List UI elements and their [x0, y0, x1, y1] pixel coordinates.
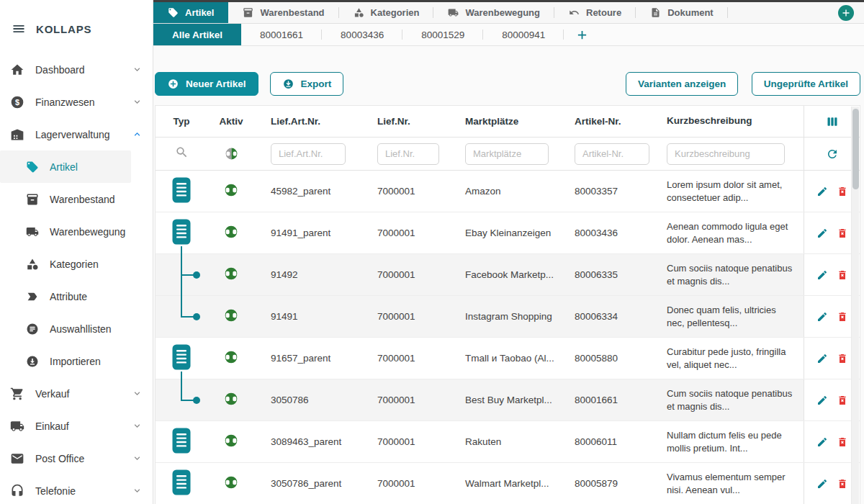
sidebar-item-verkauf[interactable]: Verkauf: [0, 377, 153, 410]
tab-warenbestand[interactable]: Warenbestand: [228, 2, 338, 23]
subtab-80001529[interactable]: 80001529: [402, 24, 483, 45]
cell-lief-nr: 7000001: [361, 436, 449, 447]
parent-article-icon[interactable]: [172, 344, 191, 372]
delete-button[interactable]: [837, 436, 848, 448]
sidebar-item-importieren[interactable]: Importieren: [0, 345, 153, 377]
parent-article-icon[interactable]: [172, 469, 191, 498]
edit-button[interactable]: [816, 269, 828, 281]
module-tabs: Artikel Warenbestand Kategorien Warenbew…: [153, 2, 728, 23]
add-article-tab-button[interactable]: [564, 24, 600, 45]
cell-typ: [156, 177, 207, 205]
menu-icon[interactable]: [12, 22, 26, 36]
column-header-lief-art-nr: Lief.Art.Nr.: [255, 116, 361, 127]
tab-dokument[interactable]: Dokument: [636, 2, 728, 23]
scrollbar-thumb[interactable]: [852, 109, 859, 189]
parent-article-icon[interactable]: [172, 177, 191, 205]
edit-button[interactable]: [816, 228, 828, 239]
table-row[interactable]: 3050786 7000001 Best Buy Marketpl... 800…: [156, 379, 860, 421]
sidebar-item-artikel[interactable]: Artikel: [0, 150, 131, 183]
column-header-typ: Typ: [156, 116, 207, 127]
cell-typ: [156, 219, 207, 247]
sidebar-item-warenbewegung[interactable]: Warenbewegung: [0, 215, 153, 248]
table-row[interactable]: 91657_parent 7000001 Tmall и Taobao (Al.…: [156, 338, 860, 379]
active-status-icon: [224, 433, 238, 450]
tab-retoure[interactable]: Retoure: [554, 2, 636, 23]
edit-button[interactable]: [816, 478, 828, 490]
artikel-nr-filter-input[interactable]: [575, 143, 649, 165]
edit-button[interactable]: [816, 353, 828, 364]
refresh-icon[interactable]: [826, 148, 839, 161]
table-row[interactable]: 45982_parent 7000001 Amazon 80003357 Lor…: [156, 171, 860, 212]
edit-button[interactable]: [816, 311, 828, 323]
truck-icon: [448, 7, 459, 18]
sidebar-item-lagerverwaltung[interactable]: Lagerverwaltung: [0, 118, 153, 150]
sidebar-item-kategorien[interactable]: Kategorien: [0, 248, 153, 280]
tab-warenbewegung[interactable]: Warenbewegung: [433, 2, 554, 23]
subtab-80000941[interactable]: 80000941: [483, 24, 564, 45]
category-icon: [26, 258, 39, 271]
table-row[interactable]: 91491_parent 7000001 Ebay Kleinanzeigen …: [156, 212, 860, 254]
sidebar-item-auswahllisten[interactable]: Auswahllisten: [0, 312, 153, 345]
cell-lief-art-nr: 91492: [255, 269, 361, 280]
sidebar-item-telefonie[interactable]: Telefonie: [0, 474, 153, 504]
table-row[interactable]: 3089463_parent 7000001 Rakuten 80006011 …: [156, 421, 860, 463]
column-header-aktiv: Aktiv: [207, 116, 255, 127]
cell-lief-art-nr: 91657_parent: [255, 353, 361, 364]
delete-button[interactable]: [837, 395, 848, 406]
new-article-button[interactable]: Neuer Artikel: [155, 72, 258, 96]
delete-button[interactable]: [837, 269, 848, 281]
delete-button[interactable]: [837, 478, 848, 490]
edit-button[interactable]: [816, 436, 828, 448]
warehouse-icon: [10, 127, 24, 142]
subtab-alle-artikel[interactable]: Alle Artikel: [153, 24, 241, 45]
article-tab-bar: Alle Artikel 80001661 80003436 80001529 …: [153, 24, 864, 46]
tab-artikel[interactable]: Artikel: [153, 2, 228, 23]
cell-lief-nr: 7000001: [361, 186, 449, 197]
unverified-articles-button[interactable]: Ungeprüfte Artikel: [752, 72, 860, 96]
kurzbeschreibung-filter-input[interactable]: [667, 143, 785, 165]
column-settings-icon[interactable]: [825, 114, 840, 129]
table-row[interactable]: 91492 7000001 Facebook Marketp... 800063…: [156, 254, 860, 296]
table-row[interactable]: 91491 7000001 Instagram Shopping 8000633…: [156, 296, 860, 338]
active-filter-toggle-icon[interactable]: [225, 147, 238, 161]
sidebar-item-attribute[interactable]: Attribute: [0, 280, 153, 312]
table-row[interactable]: 3050786_parent 7000001 Walmart Marketpl.…: [156, 463, 860, 504]
parent-article-icon[interactable]: [172, 219, 191, 247]
chevron-down-icon: [132, 96, 143, 107]
delete-button[interactable]: [837, 311, 848, 323]
delete-button[interactable]: [837, 186, 848, 197]
cell-lief-nr: 7000001: [361, 353, 449, 364]
add-module-button[interactable]: [838, 5, 854, 21]
sidebar-item-finanzwesen[interactable]: $ Finanzwesen: [0, 86, 153, 118]
filter-aktiv: [207, 147, 255, 161]
sidebar-item-dashboard[interactable]: Dashboard: [0, 53, 153, 86]
marktplaetze-filter-input[interactable]: [465, 143, 549, 165]
tab-kategorien[interactable]: Kategorien: [339, 2, 434, 23]
sidebar-item-einkauf[interactable]: Einkauf: [0, 410, 153, 442]
lief-art-nr-filter-input[interactable]: [271, 143, 346, 165]
undo-icon: [569, 7, 580, 18]
sidebar-item-post-office[interactable]: Post Office: [0, 442, 153, 474]
tree-connector-line: [181, 295, 182, 317]
toolbar-right: Varianten anzeigen Ungeprüfte Artikel: [626, 72, 860, 96]
subtab-80003436[interactable]: 80003436: [322, 24, 402, 45]
cell-kurzbeschreibung: Curabitur pede justo, fringilla vel, ali…: [651, 346, 804, 371]
tag-icon: [26, 161, 39, 174]
edit-button[interactable]: [816, 395, 828, 406]
edit-button[interactable]: [816, 186, 828, 197]
show-variants-button[interactable]: Varianten anzeigen: [626, 72, 738, 96]
cell-lief-nr: 7000001: [361, 395, 449, 405]
module-tab-bar: Artikel Warenbestand Kategorien Warenbew…: [153, 2, 864, 24]
export-button[interactable]: Export: [270, 72, 344, 96]
lief-nr-filter-input[interactable]: [377, 143, 439, 165]
parent-article-icon[interactable]: [172, 428, 191, 456]
sidebar: KOLLAPS Dashboard $ Finanzwesen Lagerver…: [0, 0, 153, 504]
table-body: 45982_parent 7000001 Amazon 80003357 Lor…: [156, 171, 860, 504]
delete-button[interactable]: [837, 228, 848, 239]
sidebar-item-warenbestand[interactable]: Warenbestand: [0, 183, 153, 215]
filter-lief-art-nr: [255, 143, 361, 165]
cell-artikel-nr: 80001661: [559, 395, 651, 405]
subtab-80001661[interactable]: 80001661: [241, 24, 322, 45]
delete-button[interactable]: [837, 353, 848, 364]
tag-icon: [168, 7, 179, 18]
